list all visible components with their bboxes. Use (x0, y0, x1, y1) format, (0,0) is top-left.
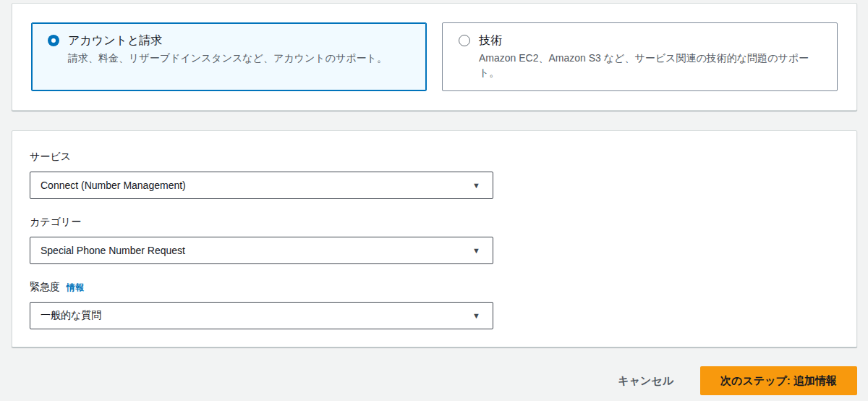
next-step-button[interactable]: 次のステップ: 追加情報 (700, 366, 857, 395)
radio-checked-icon[interactable] (48, 35, 59, 46)
radio-dot (51, 38, 56, 43)
tile-text: アカウントと請求 請求、料金、リザーブドインスタンスなど、アカウントのサポート。 (68, 32, 387, 65)
tile-text: 技術 Amazon EC2、Amazon S3 など、サービス関連の技術的な問題… (479, 32, 822, 80)
tile-description-technical: Amazon EC2、Amazon S3 など、サービス関連の技術的な問題のサポ… (479, 51, 822, 80)
tile-title-technical: 技術 (479, 32, 822, 49)
service-select-value: Connect (Number Management) (41, 180, 186, 191)
category-select-value: Special Phone Number Request (41, 245, 185, 256)
tile-title-account-and-billing: アカウントと請求 (68, 32, 387, 49)
cancel-button[interactable]: キャンセル (618, 374, 673, 388)
severity-field: 緊急度 情報 一般的な質問 ▼ (30, 279, 839, 329)
issue-type-tiles: アカウントと請求 請求、料金、リザーブドインスタンスなど、アカウントのサポート。… (31, 22, 838, 91)
tile-technical[interactable]: 技術 Amazon EC2、Amazon S3 など、サービス関連の技術的な問題… (442, 22, 838, 91)
severity-label-row: 緊急度 情報 (30, 279, 839, 295)
chevron-down-icon: ▼ (472, 247, 480, 255)
category-field: カテゴリー Special Phone Number Request ▼ (30, 214, 839, 264)
category-label-row: カテゴリー (30, 214, 839, 229)
severity-label: 緊急度 (30, 279, 60, 295)
chevron-down-icon: ▼ (472, 312, 480, 320)
service-label: サービス (30, 148, 71, 164)
chevron-down-icon: ▼ (472, 182, 480, 190)
service-field: サービス Connect (Number Management) ▼ (30, 148, 839, 199)
support-case-form-page: アカウントと請求 請求、料金、リザーブドインスタンスなど、アカウントのサポート。… (0, 0, 868, 395)
radio-unchecked-icon[interactable] (459, 35, 470, 46)
severity-info-link[interactable]: 情報 (67, 282, 84, 294)
tile-description-account-and-billing: 請求、料金、リザーブドインスタンスなど、アカウントのサポート。 (68, 51, 387, 65)
case-details-section: サービス Connect (Number Management) ▼ カテゴリー… (12, 130, 857, 347)
service-select[interactable]: Connect (Number Management) ▼ (30, 172, 493, 199)
issue-type-section: アカウントと請求 請求、料金、リザーブドインスタンスなど、アカウントのサポート。… (12, 3, 857, 111)
form-actions: キャンセル 次のステップ: 追加情報 (12, 366, 857, 395)
severity-select[interactable]: 一般的な質問 ▼ (30, 302, 493, 329)
service-label-row: サービス (30, 148, 839, 164)
category-select[interactable]: Special Phone Number Request ▼ (30, 237, 493, 264)
severity-select-value: 一般的な質問 (41, 309, 101, 322)
tile-account-and-billing[interactable]: アカウントと請求 請求、料金、リザーブドインスタンスなど、アカウントのサポート。 (31, 22, 427, 91)
category-label: カテゴリー (30, 214, 81, 229)
